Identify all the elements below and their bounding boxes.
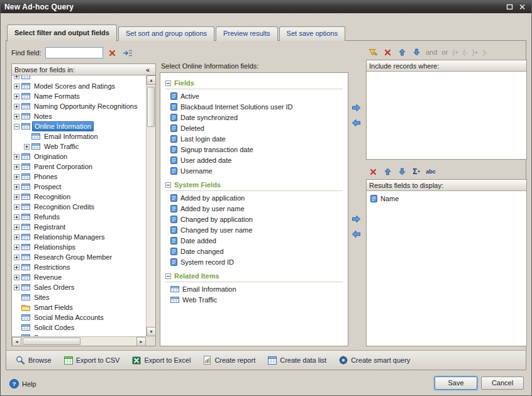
plus-box-icon[interactable]: [14, 94, 19, 99]
plus-box-icon[interactable]: [24, 144, 30, 150]
tree-item-sites[interactable]: Sites: [12, 292, 146, 302]
tab-set-save-options[interactable]: Set save options: [279, 26, 345, 41]
clear-find-button[interactable]: [107, 48, 118, 58]
action-export-to-excel[interactable]: Export to Excel: [128, 355, 195, 366]
scroll-up-button[interactable]: ▲: [147, 75, 155, 85]
tree-item-social-media-accounts[interactable]: Social Media Accounts: [12, 312, 146, 322]
plus-box-icon[interactable]: [14, 75, 19, 79]
field-item-added-by-user-name[interactable]: Added by user name: [160, 203, 348, 214]
plus-box-icon[interactable]: [14, 265, 19, 270]
plus-box-icon[interactable]: [14, 104, 19, 109]
action-export-to-csv[interactable]: Export to CSV: [60, 355, 125, 366]
results-remove-button[interactable]: [350, 229, 362, 239]
tree-item-revenue[interactable]: Revenue: [12, 272, 146, 282]
plus-box-icon[interactable]: [14, 154, 19, 160]
tree-item-name-formats[interactable]: Name Formats: [12, 91, 146, 101]
tree-item-email-information[interactable]: Email Information: [12, 131, 146, 141]
plus-box-icon[interactable]: [14, 255, 19, 260]
plus-box-icon[interactable]: [14, 194, 19, 200]
tree-item-naming-opportunity-recognitions[interactable]: Naming Opportunity Recognitions: [12, 101, 146, 111]
tree-item-prospect[interactable]: Prospect: [12, 182, 146, 192]
field-item-date-added[interactable]: Date added: [160, 235, 348, 246]
scroll-down-button[interactable]: ▼: [147, 327, 155, 336]
field-item-user-added-date[interactable]: User added date: [160, 155, 348, 165]
minus-box-icon[interactable]: [165, 182, 171, 188]
plus-box-icon[interactable]: [14, 214, 19, 220]
grouping-button[interactable]: )+: [472, 48, 479, 56]
help-link[interactable]: ? Help: [9, 379, 36, 388]
tree-item-relationships[interactable]: Relationships: [12, 242, 146, 252]
plus-box-icon[interactable]: [14, 285, 19, 290]
plus-box-icon[interactable]: [14, 164, 19, 170]
tree-item-sales-orders[interactable]: Sales Orders: [12, 282, 146, 292]
tree-item-notes[interactable]: Notes: [12, 111, 146, 121]
tree-item-refunds[interactable]: Refunds: [12, 212, 146, 222]
tree-item-registrant[interactable]: Registrant: [12, 222, 146, 232]
tree-item-smart-fields[interactable]: Smart Fields: [12, 302, 146, 312]
field-item-web-traffic[interactable]: Web Traffic: [160, 294, 348, 305]
tab-set-sort-and-group-options[interactable]: Set sort and group options: [118, 26, 214, 41]
plus-box-icon[interactable]: [14, 174, 19, 180]
restore-window-button[interactable]: [504, 3, 515, 11]
plus-box-icon[interactable]: [14, 234, 19, 240]
plus-box-icon[interactable]: [14, 114, 19, 119]
grouping-button[interactable]: (-: [463, 48, 467, 56]
tree-item-research-group-member[interactable]: Research Group Member: [12, 252, 146, 262]
field-item-email-information[interactable]: Email Information: [160, 283, 348, 294]
grouping-button[interactable]: )-: [483, 48, 487, 56]
operator-and[interactable]: and: [426, 48, 437, 56]
tab-preview-results[interactable]: Preview results: [216, 26, 278, 41]
tree-item-parent-corporation[interactable]: Parent Corporation: [12, 162, 146, 172]
field-group-system-fields[interactable]: System Fields: [165, 181, 343, 191]
tree-item-relationship-managers[interactable]: Relationship Managers: [12, 232, 146, 242]
scroll-right-button[interactable]: ►: [136, 337, 146, 346]
locate-field-button[interactable]: [122, 48, 133, 58]
field-item-changed-by-user-name[interactable]: Changed by user name: [160, 224, 348, 235]
plus-box-icon[interactable]: [14, 84, 19, 89]
grouping-button[interactable]: (+: [452, 48, 458, 56]
arrow-up-button[interactable]: [382, 167, 392, 177]
minus-box-icon[interactable]: [165, 80, 171, 86]
close-window-button[interactable]: [517, 3, 528, 11]
cancel-button[interactable]: Cancel: [481, 377, 524, 390]
field-item-added-by-application[interactable]: Added by application: [160, 192, 348, 203]
field-item-username[interactable]: Username: [160, 165, 348, 176]
collapse-panel-button[interactable]: «: [143, 66, 153, 74]
plus-box-icon[interactable]: [14, 204, 19, 210]
field-item-date-changed[interactable]: Date changed: [160, 246, 348, 256]
tree-item-web-traffic[interactable]: Web Traffic: [12, 141, 146, 151]
field-item-deleted[interactable]: Deleted: [160, 123, 348, 133]
delete-x-button[interactable]: [368, 167, 378, 177]
results-field-name[interactable]: Name: [367, 193, 526, 204]
tree-item-recognition[interactable]: Recognition: [12, 192, 146, 202]
include-add-button[interactable]: [350, 103, 362, 113]
minus-box-icon[interactable]: [14, 124, 19, 129]
action-create-smart-query[interactable]: Create smart query: [335, 354, 414, 366]
field-group-related-items[interactable]: Related Items: [165, 272, 343, 282]
action-create-data-list[interactable]: Create data list: [263, 355, 331, 366]
tree-item-model-scores-and-ratings[interactable]: Model Scores and Ratings: [12, 81, 146, 91]
tree-item-online-information[interactable]: Online Information: [12, 121, 146, 131]
results-list[interactable]: Name: [367, 191, 526, 346]
plus-box-icon[interactable]: [14, 224, 19, 230]
filter-button[interactable]: [368, 47, 378, 57]
operator-or[interactable]: or: [441, 48, 448, 56]
tree-item-phones[interactable]: Phones: [12, 172, 146, 182]
sigma-button[interactable]: Σ▾: [411, 167, 421, 177]
field-item-blackbaud-internet-solutions-user-id[interactable]: Blackbaud Internet Solutions user ID: [160, 101, 348, 112]
field-item-last-login-date[interactable]: Last login date: [160, 133, 348, 144]
tree-item-solicit-codes[interactable]: Solicit Codes: [12, 322, 146, 333]
field-item-system-record-id[interactable]: System record ID: [160, 256, 348, 267]
horizontal-scrollbar[interactable]: ◄ ►: [12, 336, 146, 346]
vertical-scroll-thumb[interactable]: [147, 87, 155, 127]
delete-x-button[interactable]: [382, 47, 392, 57]
plus-box-icon[interactable]: [14, 245, 19, 250]
minus-box-icon[interactable]: [165, 273, 171, 279]
arrow-down-button[interactable]: [411, 47, 421, 57]
tree-item-clipped[interactable]: [12, 75, 146, 81]
filter-criteria-list[interactable]: [367, 72, 526, 159]
tab-select-filter-and-output-fields[interactable]: Select filter and output fields: [7, 25, 117, 41]
vertical-scrollbar[interactable]: ▲ ▼: [146, 75, 155, 336]
tree-item-recognition-credits[interactable]: Recognition Credits: [12, 202, 146, 212]
plus-box-icon[interactable]: [14, 184, 19, 190]
